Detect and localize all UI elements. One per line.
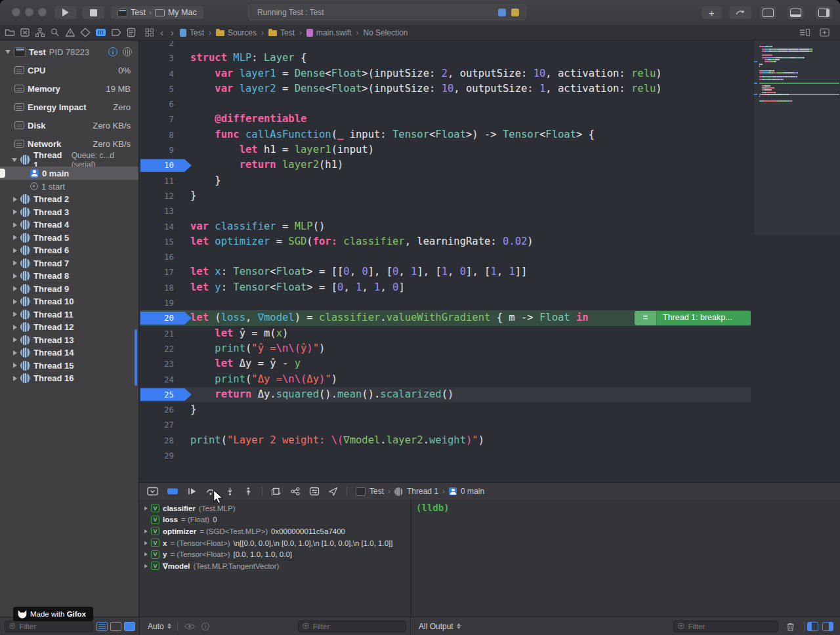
editor-mode-button[interactable] — [728, 5, 752, 20]
library-add-button[interactable]: + — [701, 5, 723, 20]
breadcrumb-item[interactable]: No Selection — [363, 28, 408, 37]
navigator-filter-input[interactable] — [18, 622, 89, 631]
disclosure-right-icon[interactable] — [13, 248, 17, 253]
line-number[interactable]: 24 — [141, 372, 174, 387]
code-line[interactable]: 15let optimizer = SGD(for: classifier, l… — [140, 234, 840, 249]
line-number[interactable]: 18 — [141, 280, 174, 295]
breakpoints-toggle-icon[interactable] — [167, 487, 178, 496]
variable-row[interactable]: Vy= (Tensor<Float>)[0.0, 1.0, 1.0, 0.0] — [140, 548, 410, 560]
add-editor-icon[interactable] — [820, 28, 830, 37]
thread-row[interactable]: Thread 5 — [0, 232, 138, 245]
disclosure-right-icon[interactable] — [13, 350, 17, 356]
gauge-row-cpu[interactable]: CPU0% — [0, 61, 138, 79]
thread-row[interactable]: Thread 6 — [0, 244, 138, 257]
environment-overrides-icon[interactable] — [309, 487, 320, 496]
thread-1-row[interactable]: Thread 1 Queue: c...d (serial) — [0, 153, 138, 167]
line-number[interactable]: 21 — [141, 326, 174, 341]
disclosure-down-icon[interactable] — [5, 50, 10, 54]
disclosure-right-icon[interactable] — [13, 260, 17, 266]
line-number[interactable]: 17 — [141, 264, 174, 279]
line-number[interactable]: 12 — [141, 188, 174, 203]
line-number[interactable]: 16 — [141, 249, 174, 264]
disclosure-right-icon[interactable] — [13, 209, 17, 215]
variables-view[interactable]: Vclassifier(Test.MLP)Vloss= (Float)0Vopt… — [140, 500, 410, 617]
disclosure-right-icon[interactable] — [144, 552, 148, 556]
disclosure-right-icon[interactable] — [13, 222, 17, 228]
continue-execution-icon[interactable] — [187, 487, 197, 496]
console-filter-input[interactable] — [687, 622, 774, 631]
toggle-inspector-button[interactable] — [815, 5, 833, 20]
view-mode-group-icon[interactable] — [110, 622, 121, 631]
view-mode-gauge-icon[interactable] — [124, 622, 135, 631]
code-line[interactable]: 3struct MLP: Layer { — [140, 51, 840, 66]
disclosure-right-icon[interactable] — [144, 506, 148, 510]
minimap[interactable] — [754, 41, 840, 482]
view-hierarchy-icon[interactable] — [271, 487, 282, 496]
breadcrumb-item[interactable]: Test — [268, 28, 295, 37]
toggle-navigator-button[interactable] — [759, 5, 777, 20]
code-line[interactable]: 25 return Δy.squared().mean().scalarized… — [140, 387, 840, 402]
stack-frame-start[interactable]: 1 start — [0, 180, 138, 193]
sidebar-scrollbar[interactable] — [135, 329, 137, 386]
thread-row[interactable]: Thread 3 — [0, 206, 138, 219]
editor-options-icon[interactable] — [799, 28, 810, 37]
code-line[interactable]: 12} — [140, 188, 840, 203]
thread-row[interactable]: Thread 15 — [0, 359, 138, 373]
simulate-location-icon[interactable] — [328, 487, 338, 496]
code-line[interactable]: 11 } — [140, 173, 840, 188]
line-number[interactable]: 10 — [141, 157, 174, 173]
line-number[interactable]: 3 — [141, 51, 174, 66]
thread-row[interactable]: Thread 13 — [0, 334, 138, 347]
source-control-navigator-icon[interactable] — [20, 28, 30, 37]
disclosure-right-icon[interactable] — [13, 312, 17, 317]
quick-look-eye-icon[interactable] — [184, 623, 196, 630]
line-number[interactable]: 2 — [141, 41, 174, 51]
disclosure-right-icon[interactable] — [144, 564, 148, 568]
line-number[interactable]: 22 — [141, 341, 174, 356]
code-lines[interactable]: 23struct MLP: Layer {4 var layer1 = Dens… — [140, 41, 840, 463]
gauge-row-disk[interactable]: DiskZero KB/s — [0, 116, 138, 134]
line-number[interactable]: 28 — [141, 433, 174, 448]
thread-row[interactable]: Thread 10 — [0, 295, 138, 308]
variables-scope-select[interactable]: Auto — [140, 622, 171, 631]
breadcrumb-item[interactable]: Sources — [216, 28, 257, 37]
code-line[interactable]: 16 — [140, 249, 840, 264]
code-line[interactable]: 7 @differentiable — [140, 112, 840, 127]
close-window-button[interactable] — [12, 8, 20, 16]
find-navigator-icon[interactable] — [50, 28, 60, 37]
disclosure-right-icon[interactable] — [13, 274, 17, 279]
code-line[interactable]: 14var classifier = MLP() — [140, 219, 840, 234]
line-number[interactable]: 11 — [141, 173, 174, 188]
thread-row[interactable]: Thread 11 — [0, 308, 138, 321]
step-out-icon[interactable] — [243, 487, 253, 496]
issue-navigator-icon[interactable] — [65, 28, 75, 37]
test-navigator-icon[interactable] — [80, 28, 91, 37]
disclosure-right-icon[interactable] — [13, 376, 17, 381]
line-number[interactable]: 27 — [141, 417, 174, 432]
navigator-filter-field[interactable] — [5, 621, 93, 632]
disclosure-right-icon[interactable] — [13, 325, 17, 330]
scheme-selector[interactable]: Test › My Mac — [110, 5, 204, 20]
stack-frame-main[interactable]: 0 main — [0, 167, 138, 180]
code-line[interactable]: 18let y: Tensor<Float> = [0, 1, 1, 0] — [140, 280, 840, 295]
variables-filter-input[interactable] — [312, 622, 402, 631]
line-number[interactable]: 14 — [141, 219, 174, 234]
code-line[interactable]: 10 return layer2(h1) — [140, 157, 840, 173]
disclosure-right-icon[interactable] — [144, 529, 148, 533]
disclosure-down-icon[interactable] — [12, 158, 17, 162]
code-line[interactable]: 27 — [140, 417, 840, 432]
step-into-icon[interactable] — [225, 487, 235, 496]
disclosure-right-icon[interactable] — [13, 197, 17, 202]
line-number[interactable]: 8 — [141, 127, 174, 142]
debug-crumb-frame[interactable]: 0 main — [461, 487, 484, 496]
toggle-console-view-button[interactable] — [822, 622, 833, 631]
disclosure-right-icon[interactable] — [13, 299, 17, 304]
line-number[interactable]: 5 — [141, 81, 174, 96]
code-line[interactable]: 20let (loss, ∇model) = classifier.valueW… — [140, 310, 840, 325]
thread-row[interactable]: Thread 4 — [0, 218, 138, 232]
code-line[interactable]: 28print("Layer 2 weight: \(∇model.layer2… — [140, 433, 840, 448]
thread-row[interactable]: Thread 9 — [0, 283, 138, 296]
code-line[interactable]: 17let x: Tensor<Float> = [[0, 0], [0, 1]… — [140, 264, 840, 279]
toggle-debug-area-button[interactable] — [787, 5, 805, 20]
line-number[interactable]: 23 — [141, 356, 174, 371]
